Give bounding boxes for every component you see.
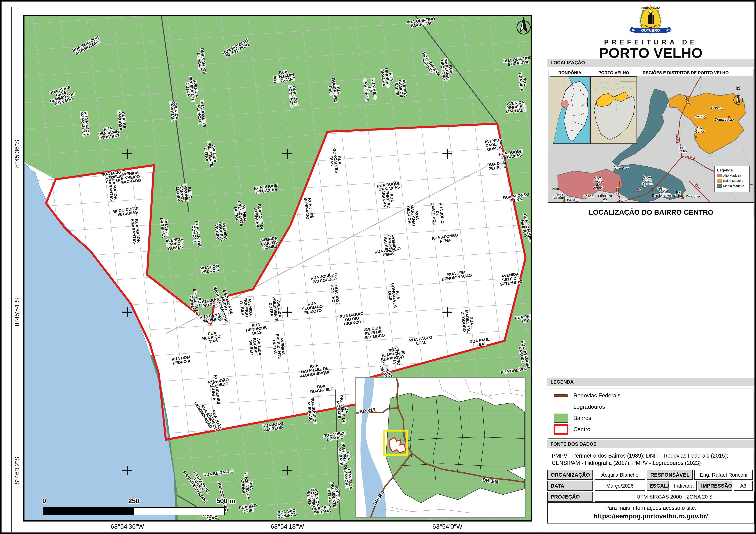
lat-label-2: 8°45'54"S (14, 298, 21, 326)
region-place-label: Demarcação (715, 117, 734, 121)
rodovias-swatch-icon (554, 394, 568, 397)
legend-item-centro: Centro (549, 424, 754, 435)
footer-line1: Para mais informações acesso o site: (548, 505, 754, 511)
proj-label-cell: PROJEÇÃO (547, 492, 593, 501)
escala-value-cell: Indicada (671, 481, 697, 491)
data-value-cell: Março/2026 (595, 481, 645, 491)
org-name-line1: PREFEITURA DE (547, 38, 754, 46)
street-label: AVENIDAROGERIOWEBER (239, 298, 253, 318)
legend-item-rodovias: Rodovias Federais (549, 390, 754, 401)
minimap-title-portovelho: PORTO VELHO (598, 70, 629, 75)
crest-banner-text: OUTUBRO (641, 28, 660, 33)
town-dot (695, 136, 697, 138)
localizacao-maps: RONDÔNIA PORTO VELHO REGIÕES E DISTRITOS… (548, 69, 754, 203)
footer-site-link[interactable]: https://sempog.portovelho.ro.gov.br/ (548, 512, 754, 520)
map-title-box: LOCALIZAÇÃO DO BAIRRO CENTRO (548, 206, 754, 218)
town-dot (681, 156, 683, 158)
fonte-text: PMPV - Perímetro dos Bairros (1989); DNI… (549, 450, 754, 469)
lon-label-1: 63°54'36"W (111, 523, 144, 530)
minimap-title-rondonia: RONDÔNIA (558, 70, 581, 75)
regions-legend-item-baixo: Baixo Madeira (723, 179, 744, 182)
logradouros-swatch-icon (554, 407, 568, 407)
org-label-cell: ORGANIZAÇÃO (547, 470, 593, 480)
impressao-label-cell: IMPRESSÃO (698, 481, 732, 491)
legend-label-logradouros: Logradouros (573, 404, 605, 410)
bairros-swatch-icon (554, 414, 568, 423)
inset-map: BR 319BR 364BR 364 (356, 378, 525, 518)
scale-0: 0 (42, 497, 46, 505)
legend-item-logradouros: Logradouros (549, 401, 754, 413)
table-row-2: DATA Março/2026 ESCALA Indicada IMPRESSÃ… (547, 481, 753, 491)
region-place-label: Rondônia (686, 194, 700, 198)
footer-box: Para mais informações acesso o site: htt… (547, 502, 754, 523)
minimap-title-regioes: REGIÕES E DISTRITOS DE PORTO VELHO (643, 70, 729, 75)
regions-north-label: N (737, 85, 740, 90)
org-value-cell: Ácquila Blanche (595, 470, 645, 480)
lon-label-2: 63°54'18"W (271, 523, 304, 530)
localizacao-header: LOCALIZAÇÃO (547, 59, 754, 67)
street-label: AVENIDACARLOSGOMES (484, 137, 503, 152)
fonte-header: FONTE DOS DADOS (547, 440, 754, 448)
resp-value-cell: Eng. Rafael Ronconi (694, 470, 753, 480)
brazil-minimap (550, 77, 590, 144)
legend-box: Rodovias Federais Logradouros Bairros Ce… (548, 388, 754, 439)
crest-top-text: PORTO VELHO (641, 6, 660, 9)
street-label: AVENIDAROGERIOWEBER (306, 488, 320, 508)
city-crest-logo: PORTO VELHO OUTUBRO 2 DE 1914 (622, 4, 680, 38)
region-place-label: Bolívia (583, 194, 593, 198)
lon-label-3: 63°54'0"W (432, 523, 462, 530)
region-place-label: Extrema (567, 198, 580, 202)
scale-500: 500 m (216, 497, 235, 505)
data-label-cell: DATA (547, 481, 593, 491)
region-place-label: Acre (552, 187, 559, 191)
main-map: RUA SENADORALVARO MAIARUA BEIRARIO EHERB… (23, 15, 532, 521)
lat-label-3: 8°46'12"S (14, 456, 21, 485)
street-label: AVENIDACARLOSGOMES (260, 236, 279, 250)
table-row-3: PROJEÇÃO UTM SIRGAS 2000 - ZONA 20 S (547, 492, 754, 501)
portovelho-minimap (590, 77, 637, 144)
region-place-label: Amazonas (613, 166, 629, 169)
legenda-header: LEGENDA (547, 378, 754, 386)
region-place-label: Nazaré (695, 114, 705, 118)
table-row-1: ORGANIZAÇÃO Ácquila Blanche RESPONSÁVEL … (547, 470, 753, 480)
lat-label-1: 8°45'36"S (14, 140, 21, 168)
region-place-label: VistaAlegredoAbunã (593, 176, 603, 190)
town-dot (563, 199, 565, 202)
regions-legend-item-alto: Alto Madeira (723, 174, 741, 177)
legend-label-rodovias: Rodovias Federais (573, 393, 620, 399)
impressao-value-cell: A3 (734, 481, 753, 491)
proj-value-cell: UTM SIRGAS 2000 - ZONA 20 S (595, 492, 754, 501)
region-place-label: Abunã (618, 198, 627, 202)
street-label: AVENIDAPINHEIROMACHADO (119, 170, 141, 185)
page: RUA SENADORALVARO MAIARUA BEIRARIO EHERB… (0, 0, 756, 534)
centro-swatch-icon (554, 424, 568, 435)
legend-item-bairros: Bairros (549, 413, 754, 424)
street-label: AVENIDAPINHEIROMACHADO (505, 100, 527, 114)
region-place-label: PortoVelho (678, 146, 687, 153)
regions-legend: Legenda Alto Madeira Baixo Madeira Médio… (715, 166, 749, 192)
legend-label-bairros: Bairros (573, 415, 591, 421)
regions-legend-title: Legenda (717, 168, 733, 172)
street-label: AVENIDACARLOSGOMES (165, 237, 184, 251)
escala-label-cell: ESCALA (647, 481, 669, 491)
fonte-box: PMPV - Perímetro dos Bairros (1989); DNI… (548, 450, 754, 469)
region-place-label: NovaMutumParaná (642, 175, 653, 186)
street-label: AVENIDAROGERIOWEBER (248, 337, 262, 357)
region-place-label: Calama (711, 106, 722, 110)
resp-label-cell: RESPONSÁVEL (647, 470, 692, 480)
legend-label-centro: Centro (573, 426, 590, 433)
town-dot (651, 189, 653, 191)
street-label: AVENIDAROGERIOWEBER (214, 221, 228, 242)
regions-legend-item-medio: Médio Madeira (723, 184, 744, 188)
scale-250: 250 (128, 497, 139, 505)
